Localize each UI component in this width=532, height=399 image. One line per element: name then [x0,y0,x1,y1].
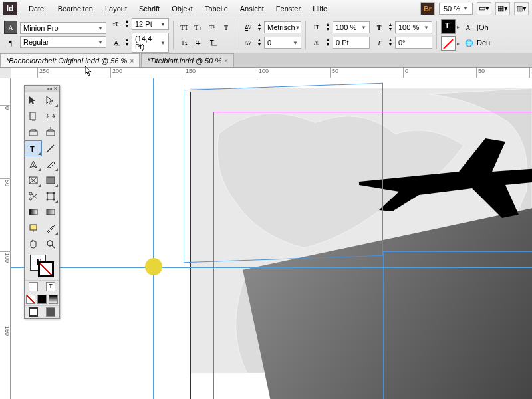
stroke-proxy[interactable] [38,261,54,277]
fill-swatch[interactable]: T [441,19,456,34]
apply-color-icon[interactable] [37,295,47,304]
menu-fenster[interactable]: Fenster [271,2,306,15]
hand-tool[interactable] [25,236,42,252]
type-tool[interactable]: T [25,140,42,156]
leading-input[interactable]: (14,4 Pt)▼ [132,33,169,53]
apply-gradient-icon[interactable] [49,295,58,304]
guide-vertical[interactable] [153,78,154,399]
canvas[interactable] [11,78,532,399]
font-size-icon: тT [109,17,122,31]
pencil-tool[interactable] [42,156,59,172]
chevron-right-icon[interactable]: ▸ [457,24,460,30]
menu-bearbeiten[interactable]: Bearbeiten [53,2,98,15]
close-icon[interactable]: × [130,57,134,65]
stepper-icon[interactable]: ▲▼ [124,36,130,49]
content-placer-tool[interactable] [42,124,59,140]
text-frame[interactable] [184,83,383,263]
tracking-input[interactable]: 0▼ [264,37,301,49]
text-frame[interactable] [383,251,532,399]
smallcaps-icon[interactable]: Tᴛ [192,21,205,34]
toolbox-header[interactable]: ◂◂ ✕ [25,86,59,92]
line-tool[interactable] [42,140,59,156]
font-family-input[interactable]: Minion Pro▼ [20,22,106,34]
menu-layout[interactable]: Layout [100,2,132,15]
page-tool[interactable] [25,108,42,124]
stepper-icon[interactable]: ▲▼ [124,17,130,31]
menu-ansicht[interactable]: Ansicht [235,2,269,15]
color-proxy[interactable]: T [25,252,59,280]
pen-tool[interactable] [25,156,42,172]
toolbox[interactable]: ◂◂ ✕ T T T [24,85,60,319]
lang-label[interactable]: Deu [477,39,490,47]
stepper-icon[interactable]: ▲▼ [387,36,394,49]
direct-selection-tool[interactable] [42,92,59,108]
menu-tabelle[interactable]: Tabelle [200,2,233,15]
kerning-input[interactable]: Metrisch▼ [264,21,301,33]
svg-rect-13 [47,193,54,200]
svg-point-21 [47,241,53,246]
stepper-icon[interactable]: ▲▼ [325,21,331,34]
normal-view-icon[interactable] [29,307,38,317]
eyedropper-tool[interactable] [42,220,59,236]
underline-icon[interactable]: T [219,21,233,34]
baseline-input[interactable]: 0 Pt [332,37,370,49]
stepper-icon[interactable]: ▲▼ [256,36,263,49]
rectangle-frame-tool[interactable] [25,172,42,188]
vscale-input[interactable]: 100 %▼ [332,21,370,33]
gradient-feather-tool[interactable] [42,204,59,220]
lang-icon: 🌐 [462,36,475,49]
apply-none-icon[interactable] [26,295,35,304]
font-size-input[interactable]: 12 Pt▼ [132,18,169,30]
tab-titelblatt[interactable]: *Titelblatt.indd @ 50 % × [141,53,234,67]
ligature-icon[interactable]: T͟ [205,36,219,49]
hscale-input[interactable]: 100 %▼ [395,21,432,33]
chevron-down-icon: ▼ [160,40,166,46]
para-mode-icon[interactable]: ¶ [4,36,17,49]
menu-hilfe[interactable]: Hilfe [307,2,332,15]
scissors-tool[interactable] [25,188,42,204]
bridge-icon[interactable]: Br [420,2,435,15]
tab-bachelorarbeit[interactable]: *Bachelorarbeit Original.indd @ 56 % × [0,53,140,67]
zoom-tool[interactable] [42,236,59,252]
format-text-icon[interactable]: T [46,282,55,291]
arrange-icon[interactable]: ▦▾ [495,2,510,15]
content-collector-tool[interactable] [25,124,42,140]
selection-tool[interactable] [25,92,42,108]
strikethrough-icon[interactable]: T [192,36,205,49]
svg-point-12 [29,192,32,195]
format-container-icon[interactable] [29,282,38,291]
preview-view-icon[interactable] [46,307,55,317]
note-tool[interactable] [25,220,42,236]
allcaps-icon[interactable]: TT [178,21,191,34]
screen-mode-icon[interactable]: ▭▾ [477,2,491,15]
menu-objekt[interactable]: Objekt [166,2,198,15]
chevron-down-icon: ▼ [160,21,166,27]
stepper-icon[interactable]: ▲▼ [256,21,263,34]
char-mode-icon[interactable]: A [4,21,17,34]
gradient-swatch-tool[interactable] [25,204,42,220]
skew-input[interactable]: 0° [395,37,432,49]
menu-schrift[interactable]: Schrift [134,2,165,15]
chevron-right-icon[interactable]: ▸ [457,41,460,47]
yellow-marker[interactable] [145,258,162,275]
menu-datei[interactable]: Datei [23,2,51,15]
charstyle-label[interactable]: [Oh [477,23,489,31]
close-icon[interactable]: × [224,57,228,65]
free-transform-tool[interactable] [42,188,59,204]
superscript-icon[interactable]: T¹ [205,21,219,34]
svg-rect-19 [47,209,55,215]
gap-tool[interactable] [42,108,59,124]
stepper-icon[interactable]: ▲▼ [325,36,331,49]
ruler-horizontal[interactable]: 25020015010050050100 [11,68,532,78]
guide-horizontal[interactable] [11,267,532,268]
stroke-swatch[interactable] [441,36,456,51]
rectangle-tool[interactable] [42,172,59,188]
subscript-icon[interactable]: T₁ [178,36,191,49]
skew-icon: T [372,36,386,49]
ruler-vertical[interactable]: 050100150 [0,78,11,399]
zoom-level[interactable]: 50 % ▼ [439,3,473,15]
font-style-input[interactable]: Regular▼ [20,36,106,48]
workspace-icon[interactable]: ▥▾ [514,2,529,15]
stepper-icon[interactable]: ▲▼ [387,21,394,34]
chevron-down-icon: ▼ [361,25,366,31]
